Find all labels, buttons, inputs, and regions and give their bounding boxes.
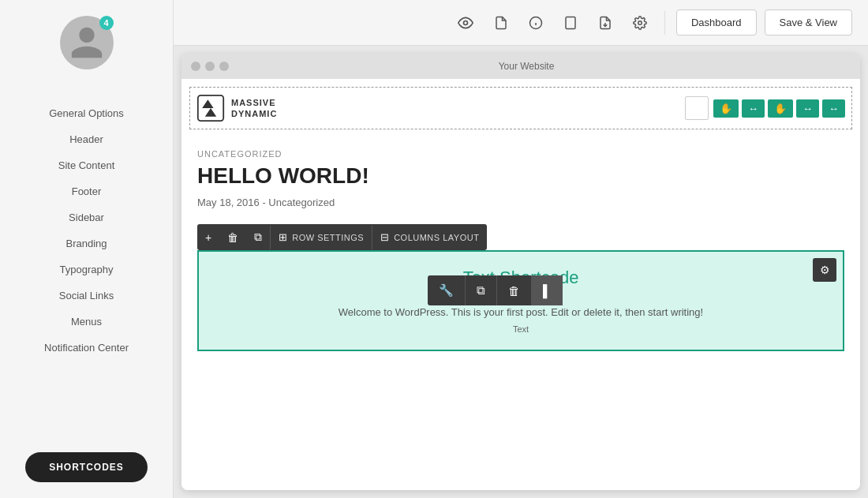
- mini-duplicate-btn[interactable]: ⧉: [466, 275, 497, 305]
- post-category: UNCATEGORIZED: [197, 149, 844, 159]
- svg-point-7: [638, 21, 642, 24]
- file-icon-btn[interactable]: [488, 11, 514, 35]
- info-icon: [529, 16, 543, 30]
- sidebar-item-general-options[interactable]: General Options: [0, 101, 173, 125]
- sidebar-item-sidebar[interactable]: Sidebar: [0, 205, 173, 230]
- avatar-wrapper: 4: [60, 16, 114, 69]
- settings-icon-btn[interactable]: [627, 11, 653, 35]
- eye-icon-btn[interactable]: [451, 10, 480, 36]
- toolbar-divider: [664, 11, 665, 35]
- row-settings-btn[interactable]: ⊞ ROW SETTINGS: [271, 225, 372, 249]
- main-area: Dashboard Save & View Your Website MA: [174, 0, 868, 498]
- info-icon-btn[interactable]: [522, 11, 549, 35]
- mini-active-btn[interactable]: ▌: [532, 275, 563, 305]
- mini-toolbar: 🔧 ⧉ 🗑 ▌: [428, 275, 563, 305]
- shortcodes-button[interactable]: SHORTCODES: [25, 452, 148, 482]
- gear-icon: [633, 16, 647, 30]
- row-toolbar: + 🗑 ⧉ ⊞ ROW SETTINGS ⊟ COLUMNS LAYOUT: [197, 224, 487, 250]
- sidebar-item-header[interactable]: Header: [0, 127, 173, 152]
- browser-titlebar: Your Website: [181, 54, 860, 79]
- export-icon: [598, 16, 612, 30]
- shortcode-text: Welcome to WordPress. This is your first…: [215, 306, 827, 318]
- mini-delete-btn[interactable]: 🗑: [497, 275, 532, 305]
- header-expand-btn[interactable]: ↔: [796, 99, 819, 118]
- sidebar-item-notification-center[interactable]: Notification Center: [0, 335, 173, 360]
- header-controls: ✋ ↔ ✋ ↔ ↔: [713, 99, 845, 118]
- browser-frame: Your Website MASSIVE DYNAMIC: [181, 54, 860, 490]
- save-view-button[interactable]: Save & View: [765, 9, 852, 36]
- site-logo: MASSIVE DYNAMIC: [196, 94, 277, 122]
- sidebar-item-footer[interactable]: Footer: [0, 179, 173, 204]
- sidebar: 4 General Options Header Site Content Fo…: [0, 0, 174, 498]
- dashboard-button[interactable]: Dashboard: [676, 9, 757, 36]
- svg-point-0: [463, 21, 467, 24]
- tablet-icon: [563, 16, 578, 30]
- post-title: HELLO WORLD!: [197, 163, 844, 189]
- header-move2-btn[interactable]: ✋: [768, 99, 793, 118]
- site-header: MASSIVE DYNAMIC ✋ ↔ ✋ ↔ ↔: [189, 87, 852, 129]
- tablet-icon-btn[interactable]: [557, 11, 584, 35]
- sidebar-item-social-links[interactable]: Social Links: [0, 283, 173, 308]
- delete-row-btn[interactable]: 🗑: [219, 225, 246, 250]
- header-placeholder: [685, 96, 709, 120]
- top-toolbar: Dashboard Save & View: [174, 0, 868, 46]
- browser-dot-red: [191, 62, 200, 71]
- mini-settings-btn[interactable]: 🔧: [428, 275, 466, 305]
- header-expand2-btn[interactable]: ↔: [822, 99, 845, 118]
- browser-content[interactable]: MASSIVE DYNAMIC ✋ ↔ ✋ ↔ ↔: [181, 79, 860, 490]
- export-icon-btn[interactable]: [592, 11, 619, 35]
- add-row-btn[interactable]: +: [197, 225, 219, 250]
- eye-icon: [458, 15, 473, 31]
- post-meta: May 18, 2016 - Uncategorized: [197, 197, 844, 208]
- shortcode-block: Text Shortcode Welcome to WordPress. Thi…: [197, 250, 844, 351]
- shortcode-label: Text: [215, 324, 827, 334]
- nav-items: General Options Header Site Content Foot…: [0, 101, 173, 360]
- columns-layout-btn[interactable]: ⊟ COLUMNS LAYOUT: [372, 225, 487, 249]
- page-content: UNCATEGORIZED HELLO WORLD! May 18, 2016 …: [181, 137, 860, 363]
- file-icon: [494, 16, 508, 30]
- browser-url: Your Website: [202, 61, 851, 72]
- logo-text: MASSIVE DYNAMIC: [231, 97, 277, 120]
- header-resize-btn[interactable]: ↔: [742, 99, 765, 118]
- sidebar-item-menus[interactable]: Menus: [0, 309, 173, 334]
- notification-badge: 4: [99, 16, 114, 30]
- shortcode-settings-btn[interactable]: ⚙: [813, 258, 836, 282]
- user-icon: [68, 24, 106, 62]
- sidebar-item-site-content[interactable]: Site Content: [0, 153, 173, 178]
- header-move-btn[interactable]: ✋: [713, 99, 739, 118]
- svg-rect-4: [566, 17, 575, 28]
- sidebar-item-branding[interactable]: Branding: [0, 231, 173, 256]
- duplicate-row-btn[interactable]: ⧉: [246, 224, 270, 250]
- logo-icon: [196, 94, 225, 122]
- sidebar-item-typography[interactable]: Typography: [0, 257, 173, 282]
